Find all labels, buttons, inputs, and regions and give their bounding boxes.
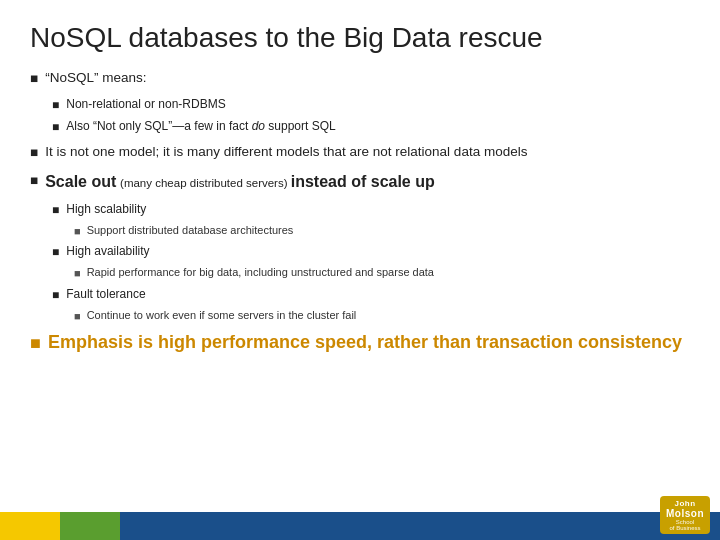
non-relational-text: Non-relational or non-RDBMS xyxy=(66,95,225,113)
scale-out-bold: Scale out xyxy=(45,173,116,190)
fault-tolerance-text: Fault tolerance xyxy=(66,285,145,303)
emphasis-text: Emphasis is high performance speed, rath… xyxy=(48,330,682,354)
list-item: ■ It is not one model; it is many differ… xyxy=(30,142,690,163)
list-item: ■ Emphasis is high performance speed, ra… xyxy=(30,330,690,355)
list-item: ■ Fault tolerance xyxy=(52,285,690,304)
logo-area: John Molson School of Business xyxy=(660,496,710,534)
slide: NoSQL databases to the Big Data rescue ■… xyxy=(0,0,720,540)
high-scalability-text: High scalability xyxy=(66,200,146,218)
list-item: ■ High scalability xyxy=(52,200,690,219)
not-one-model-text: It is not one model; it is many differen… xyxy=(45,142,527,162)
bullet-marker-sm: ■ xyxy=(74,223,81,240)
bullet-marker: ■ xyxy=(52,243,59,261)
bullet-marker: ■ xyxy=(30,143,38,163)
logo-john: John xyxy=(674,499,695,508)
list-item: ■ Continue to work even if some servers … xyxy=(74,307,690,325)
yellow-bar xyxy=(0,512,60,540)
list-item: ■ “NoSQL” means: xyxy=(30,68,690,89)
list-item: ■ Support distributed database architect… xyxy=(74,222,690,240)
bottom-decoration xyxy=(0,512,720,540)
bullet-marker-sm: ■ xyxy=(74,265,81,282)
list-item: ■ Rapid performance for big data, includ… xyxy=(74,264,690,282)
bullet-marker: ■ xyxy=(52,118,59,136)
logo-of-business: of Business xyxy=(669,525,700,531)
slide-content: ■ “NoSQL” means: ■ Non-relational or non… xyxy=(30,68,690,355)
continue-work-text: Continue to work even if some servers in… xyxy=(87,307,357,324)
blue-bar xyxy=(120,512,720,540)
slide-title: NoSQL databases to the Big Data rescue xyxy=(30,22,690,54)
bullet-marker: ■ xyxy=(52,96,59,114)
list-item: ■ Scale out (many cheap distributed serv… xyxy=(30,170,690,194)
bullet-marker: ■ xyxy=(52,201,59,219)
list-item: ■ High availability xyxy=(52,242,690,261)
instead-of-scale-up: instead of scale up xyxy=(291,173,435,190)
list-item: ■ Also “Not only SQL”—a few in fact do s… xyxy=(52,117,690,136)
support-distributed-text: Support distributed database architectur… xyxy=(87,222,294,239)
bullet-marker: ■ xyxy=(30,331,41,355)
scale-out-middle: (many cheap distributed servers) xyxy=(120,177,291,189)
rapid-perf-text: Rapid performance for big data, includin… xyxy=(87,264,434,281)
list-item: ■ Non-relational or non-RDBMS xyxy=(52,95,690,114)
scale-out-text: Scale out (many cheap distributed server… xyxy=(45,170,435,194)
high-availability-text: High availability xyxy=(66,242,149,260)
logo-molson: Molson xyxy=(666,508,704,519)
green-bar xyxy=(60,512,120,540)
nosql-means-text: “NoSQL” means: xyxy=(45,68,146,88)
bullet-marker-sm: ■ xyxy=(74,308,81,325)
also-not-only-text: Also “Not only SQL”—a few in fact do sup… xyxy=(66,117,335,135)
bullet-marker: ■ xyxy=(52,286,59,304)
bullet-marker: ■ xyxy=(30,171,38,191)
bullet-marker: ■ xyxy=(30,69,38,89)
logo-box: John Molson School of Business xyxy=(660,496,710,534)
